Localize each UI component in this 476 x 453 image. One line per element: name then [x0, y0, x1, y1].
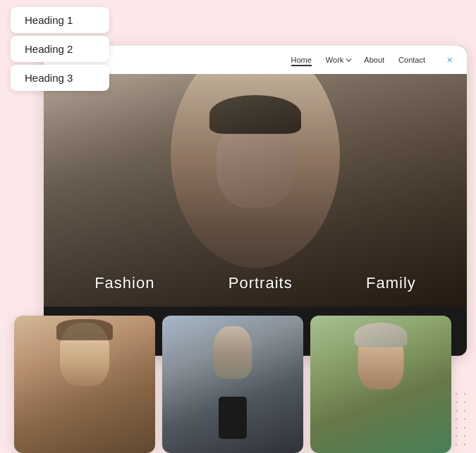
- photo-item-2[interactable]: [162, 316, 303, 453]
- category-portraits: Portraits: [228, 274, 293, 292]
- heading-3-item[interactable]: Heading 3: [11, 65, 109, 91]
- hero-area: Fashion Portraits Family: [44, 74, 467, 306]
- heading-1-item[interactable]: Heading 1: [11, 7, 109, 33]
- heading-2-item[interactable]: Heading 2: [11, 36, 109, 62]
- hero-overlay: [44, 74, 467, 306]
- photo-item-3[interactable]: [310, 316, 451, 453]
- hero-categories: Fashion Portraits Family: [44, 274, 467, 292]
- nav-item-work[interactable]: Work: [326, 56, 350, 64]
- nav-item-home[interactable]: Home: [291, 56, 312, 64]
- photo-strip: [14, 316, 451, 453]
- nav-work-label: Work: [326, 56, 343, 64]
- nav-item-about[interactable]: About: [364, 56, 384, 64]
- category-fashion: Fashion: [94, 274, 154, 292]
- heading-panel: Heading 1 Heading 2 Heading 3: [11, 7, 109, 91]
- photo-item-1[interactable]: [14, 316, 155, 453]
- website-mockup: Home Work About Contact ✕ Fashion Portra…: [44, 46, 467, 356]
- chevron-down-icon: [346, 56, 351, 61]
- twitter-icon[interactable]: ✕: [446, 56, 453, 65]
- category-family: Family: [366, 274, 416, 292]
- nav-item-contact[interactable]: Contact: [398, 56, 425, 64]
